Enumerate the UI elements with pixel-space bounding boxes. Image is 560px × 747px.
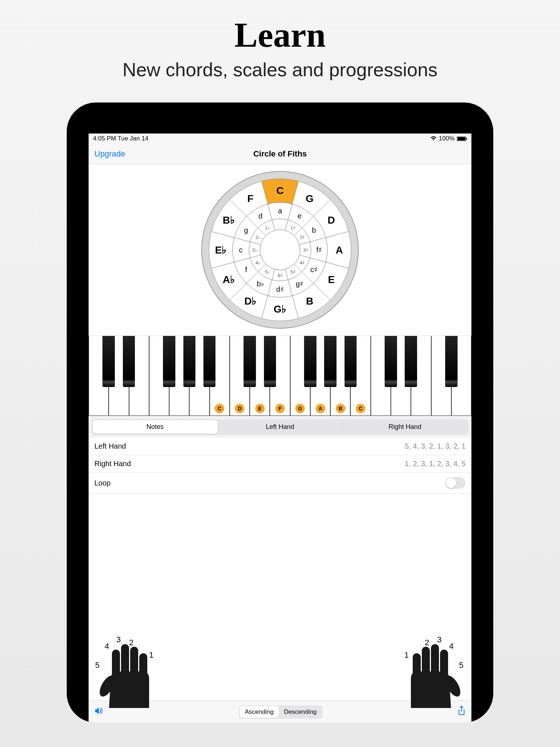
status-right: 100% bbox=[430, 135, 467, 142]
svg-text:G: G bbox=[306, 193, 314, 204]
ipad-frame: 4:05 PM Tue Jan 14 100% Upgrade Circle o… bbox=[67, 102, 493, 723]
svg-text:B♭: B♭ bbox=[223, 214, 235, 226]
direction-segmented[interactable]: AscendingDescending bbox=[239, 705, 322, 719]
svg-text:2♯: 2♯ bbox=[300, 235, 304, 240]
svg-text:A: A bbox=[335, 244, 343, 256]
circle-of-fifths[interactable]: CGDAEBG♭D♭A♭E♭B♭Faebf♯c♯g♯d♯b♭fcgd1♯2♯3♯… bbox=[89, 164, 471, 336]
black-key[interactable] bbox=[163, 336, 175, 387]
direction-descending[interactable]: Descending bbox=[279, 706, 322, 718]
note-marker: A bbox=[316, 404, 325, 413]
svg-text:f: f bbox=[245, 266, 247, 274]
black-key[interactable] bbox=[445, 336, 458, 387]
black-key[interactable] bbox=[102, 336, 115, 387]
svg-text:2♭: 2♭ bbox=[256, 235, 260, 240]
black-key[interactable] bbox=[123, 336, 135, 387]
svg-text:6♯: 6♯ bbox=[277, 273, 282, 278]
svg-text:F: F bbox=[247, 193, 253, 204]
right-finger-3: 3 bbox=[437, 635, 442, 645]
svg-text:g: g bbox=[244, 226, 248, 234]
svg-text:4♭: 4♭ bbox=[256, 260, 260, 266]
note-marker: B bbox=[336, 404, 345, 413]
right-hand-value: 1, 2, 3, 1, 2, 3, 4, 5 bbox=[405, 460, 466, 468]
tab-notes[interactable]: Notes bbox=[93, 420, 218, 434]
svg-text:f♯: f♯ bbox=[316, 246, 322, 254]
svg-rect-47 bbox=[431, 644, 439, 679]
app-screen: 4:05 PM Tue Jan 14 100% Upgrade Circle o… bbox=[89, 133, 471, 723]
note-marker: C bbox=[356, 404, 365, 413]
note-marker: F bbox=[275, 404, 285, 413]
black-key[interactable] bbox=[385, 336, 397, 387]
display-mode-row: NotesLeft HandRight Hand bbox=[89, 416, 471, 438]
black-key[interactable] bbox=[304, 336, 316, 387]
battery-icon bbox=[457, 136, 467, 141]
note-marker: G bbox=[295, 404, 305, 413]
svg-text:C: C bbox=[276, 185, 284, 196]
svg-rect-45 bbox=[413, 653, 421, 679]
black-key[interactable] bbox=[183, 336, 196, 387]
svg-text:D♭: D♭ bbox=[244, 295, 256, 307]
svg-text:d: d bbox=[258, 212, 262, 220]
black-key[interactable] bbox=[244, 336, 256, 387]
svg-point-39 bbox=[260, 230, 300, 270]
upgrade-button[interactable]: Upgrade bbox=[94, 149, 125, 159]
right-finger-4: 4 bbox=[449, 642, 454, 651]
loop-row: Loop bbox=[89, 473, 471, 494]
tab-right-hand[interactable]: Right Hand bbox=[342, 420, 467, 434]
svg-text:b: b bbox=[312, 226, 316, 234]
black-key[interactable] bbox=[264, 336, 276, 387]
left-finger-1: 1 bbox=[149, 650, 153, 660]
right-hand-diagram: 12345 bbox=[393, 628, 466, 701]
speaker-icon bbox=[94, 707, 104, 715]
piano-keyboard[interactable]: CDEFGABC bbox=[89, 336, 471, 416]
left-finger-2: 2 bbox=[129, 638, 133, 647]
svg-text:E: E bbox=[328, 274, 335, 285]
svg-text:E♭: E♭ bbox=[215, 244, 227, 256]
hero-subtitle: New chords, scales and progressions bbox=[122, 59, 438, 81]
right-finger-1: 1 bbox=[404, 650, 409, 660]
direction-ascending[interactable]: Ascending bbox=[240, 706, 279, 718]
nav-bar: Upgrade Circle of Fiths bbox=[89, 144, 471, 164]
svg-text:A♭: A♭ bbox=[223, 274, 235, 285]
left-finger-4: 4 bbox=[105, 642, 109, 651]
loop-label: Loop bbox=[94, 479, 111, 487]
hero-title: Learn bbox=[234, 15, 326, 55]
note-marker: C bbox=[215, 404, 224, 413]
tab-left-hand[interactable]: Left Hand bbox=[218, 420, 343, 434]
svg-rect-2 bbox=[466, 138, 467, 140]
svg-text:b♭: b♭ bbox=[257, 280, 264, 288]
svg-text:D: D bbox=[328, 214, 335, 226]
svg-text:B: B bbox=[306, 295, 313, 307]
svg-rect-46 bbox=[422, 647, 430, 679]
right-hand-row[interactable]: Right Hand 1, 2, 3, 1, 2, 3, 4, 5 bbox=[89, 455, 471, 473]
svg-text:e: e bbox=[298, 212, 302, 220]
svg-text:4♯: 4♯ bbox=[300, 260, 304, 266]
svg-rect-48 bbox=[440, 650, 448, 679]
svg-text:1♯: 1♯ bbox=[290, 225, 295, 231]
black-key[interactable] bbox=[203, 336, 216, 387]
status-time: 4:05 PM Tue Jan 14 bbox=[93, 135, 148, 142]
screen-title: Circle of Fiths bbox=[89, 149, 471, 159]
svg-text:5♭: 5♭ bbox=[265, 269, 269, 275]
svg-text:c♯: c♯ bbox=[310, 266, 318, 274]
svg-text:3♯: 3♯ bbox=[303, 247, 308, 253]
black-key[interactable] bbox=[324, 336, 337, 387]
left-hand-diagram: 54321 bbox=[94, 628, 167, 701]
status-bar: 4:05 PM Tue Jan 14 100% bbox=[89, 133, 471, 144]
left-hand-row[interactable]: Left Hand 5, 4, 3, 2, 1, 3, 2, 1 bbox=[89, 438, 471, 455]
left-finger-5: 5 bbox=[95, 661, 100, 670]
svg-text:3♭: 3♭ bbox=[252, 247, 257, 253]
display-mode-segmented[interactable]: NotesLeft HandRight Hand bbox=[92, 419, 468, 435]
right-finger-5: 5 bbox=[459, 661, 463, 670]
svg-text:c: c bbox=[239, 246, 243, 254]
black-key[interactable] bbox=[405, 336, 417, 387]
left-hand-label: Left Hand bbox=[94, 442, 126, 450]
loop-toggle[interactable] bbox=[445, 477, 466, 489]
svg-rect-42 bbox=[121, 644, 129, 679]
black-key[interactable] bbox=[345, 336, 357, 387]
note-marker: E bbox=[255, 404, 265, 413]
svg-text:g♯: g♯ bbox=[296, 280, 303, 288]
svg-text:5♯: 5♯ bbox=[290, 269, 295, 275]
note-marker: D bbox=[235, 404, 244, 413]
svg-text:a: a bbox=[278, 207, 282, 215]
left-finger-3: 3 bbox=[116, 635, 121, 645]
